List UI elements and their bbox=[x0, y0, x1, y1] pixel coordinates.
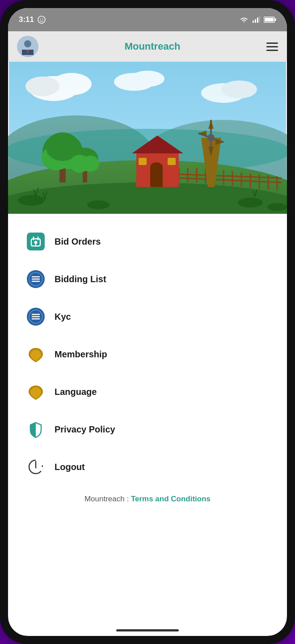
svg-point-70 bbox=[87, 200, 110, 209]
status-left: 3:11 bbox=[19, 15, 46, 24]
menu-label-language: Language bbox=[55, 387, 97, 397]
phone-frame: 3:11 bbox=[0, 0, 295, 644]
svg-point-2 bbox=[42, 19, 43, 20]
svg-rect-5 bbox=[257, 17, 258, 23]
menu-item-privacy-policy[interactable]: Privacy Policy bbox=[8, 411, 287, 448]
footer: Mountreach : Terms and Conditions bbox=[8, 486, 287, 517]
menu-label-logout: Logout bbox=[55, 462, 85, 472]
status-bar: 3:11 bbox=[8, 8, 287, 31]
app-header: Mountreach bbox=[8, 31, 287, 62]
language-icon bbox=[26, 382, 46, 402]
hero-image bbox=[8, 62, 287, 214]
menu-label-bidding-list: Bidding List bbox=[55, 274, 106, 284]
kyc-icon bbox=[26, 307, 46, 326]
svg-rect-6 bbox=[259, 16, 260, 23]
menu-item-logout[interactable]: Logout bbox=[8, 448, 287, 486]
svg-rect-8 bbox=[275, 18, 276, 21]
svg-point-20 bbox=[131, 71, 164, 87]
menu-section: Bid Orders Bidding List bbox=[8, 214, 287, 526]
membership-icon bbox=[26, 344, 46, 364]
face-icon bbox=[38, 16, 46, 24]
farm-scene-svg bbox=[8, 62, 287, 214]
phone-inner: 3:11 bbox=[8, 8, 287, 636]
menu-label-bid-orders: Bid Orders bbox=[55, 237, 101, 247]
svg-point-10 bbox=[24, 40, 31, 47]
svg-point-1 bbox=[40, 19, 41, 20]
svg-rect-3 bbox=[253, 21, 254, 23]
hamburger-line-2 bbox=[266, 46, 278, 47]
battery-icon bbox=[264, 16, 276, 23]
time-display: 3:11 bbox=[19, 15, 34, 24]
menu-label-kyc: Kyc bbox=[55, 312, 71, 322]
footer-prefix: Mountreach : bbox=[84, 495, 131, 503]
svg-point-47 bbox=[150, 162, 163, 171]
privacy-policy-icon bbox=[26, 419, 46, 439]
logout-icon bbox=[26, 457, 46, 477]
svg-point-18 bbox=[25, 76, 59, 96]
user-avatar-icon bbox=[19, 38, 36, 55]
svg-point-68 bbox=[81, 156, 99, 172]
svg-point-69 bbox=[18, 195, 45, 206]
menu-item-membership[interactable]: Membership bbox=[8, 335, 287, 373]
menu-item-bidding-list[interactable]: Bidding List bbox=[8, 260, 287, 298]
wifi-icon bbox=[240, 16, 249, 23]
svg-point-22 bbox=[221, 80, 257, 98]
hamburger-line-1 bbox=[266, 42, 278, 44]
svg-point-71 bbox=[238, 198, 263, 208]
status-right bbox=[240, 16, 276, 23]
bid-orders-icon bbox=[26, 232, 46, 251]
terms-and-conditions-link[interactable]: Terms and Conditions bbox=[131, 495, 211, 503]
signal-icon bbox=[252, 16, 260, 23]
menu-item-bid-orders[interactable]: Bid Orders bbox=[8, 223, 287, 260]
hamburger-line-3 bbox=[266, 50, 278, 51]
menu-label-membership: Membership bbox=[55, 349, 107, 360]
svg-rect-4 bbox=[255, 19, 256, 23]
svg-point-72 bbox=[267, 203, 287, 211]
home-indicator bbox=[116, 629, 179, 631]
svg-point-0 bbox=[38, 16, 45, 23]
menu-item-language[interactable]: Language bbox=[8, 373, 287, 411]
bidding-list-icon bbox=[26, 269, 46, 289]
svg-rect-48 bbox=[139, 158, 147, 165]
svg-rect-49 bbox=[168, 158, 176, 165]
menu-label-privacy-policy: Privacy Policy bbox=[55, 424, 115, 435]
app-title: Mountreach bbox=[125, 41, 181, 52]
svg-rect-9 bbox=[265, 18, 274, 21]
hamburger-menu[interactable] bbox=[266, 42, 278, 51]
avatar[interactable] bbox=[17, 36, 38, 57]
menu-item-kyc[interactable]: Kyc bbox=[8, 298, 287, 335]
